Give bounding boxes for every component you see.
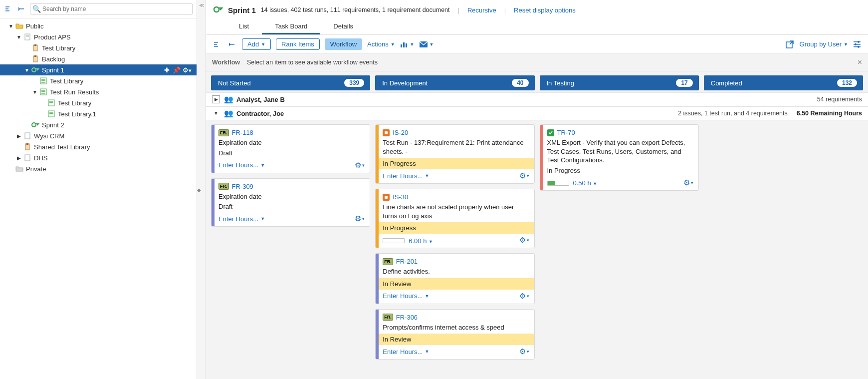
card-title: Line charts are not scaled properly when… [383,203,529,220]
settings-icon[interactable] [853,40,862,48]
search-icon: 🔍 [32,5,41,13]
splitter[interactable]: ≪ ◆ [197,0,206,379]
task-board: Not Started339 In Development40 In Testi… [206,71,868,379]
expander-icon[interactable]: ▶ [15,132,23,140]
card-is30[interactable]: IS-30 Line charts are not scaled properl… [375,189,534,248]
search-input[interactable] [30,3,193,14]
col-header-not-started: Not Started339 [211,75,370,90]
card-fr306[interactable]: FR.FR-306 Prompts/confirms internet acce… [375,309,534,360]
tree-collapse-icon[interactable] [4,5,13,13]
add-icon[interactable]: ✚ [163,66,171,74]
svg-rect-8 [34,44,36,46]
add-button[interactable]: Add▼ [242,38,271,50]
gear-icon[interactable]: ⚙▾ [355,161,365,170]
card-tr70[interactable]: TR-70 XML Export - Verify that you can e… [540,124,699,191]
tree-node-private[interactable]: Private [0,163,197,174]
swimlane-header-jane[interactable]: ▶ 👥 Analyst, Jane B 54 requirements [206,92,868,106]
card-id[interactable]: IS-30 [393,193,408,201]
swimlane-body-joe: FR.FR-118 Expiration date Draft Enter Ho… [206,120,868,367]
expander-icon[interactable]: ▼ [23,66,31,74]
svg-rect-38 [406,43,407,47]
card-status: In Review [376,278,534,290]
enter-hours-link[interactable]: Enter Hours...▼ [383,292,429,300]
card-stripe [376,254,379,304]
svg-rect-10 [34,55,36,57]
tree-collapse-icon[interactable] [212,39,222,49]
card-fr201[interactable]: FR.FR-201 Define activities. In Review E… [375,253,534,304]
document-icon [23,132,32,140]
tree-node-test-library[interactable]: Test Library [0,42,197,53]
gear-icon[interactable]: ⚙▾ [519,171,529,180]
hours-link[interactable]: 0.50 h ▼ [573,179,598,187]
tree-node-backlog[interactable]: Backlog [0,53,197,64]
gear-icon[interactable]: ⚙▾ [519,292,529,301]
fr-badge-icon: FR. [218,183,229,190]
tree-node-s1-test-library[interactable]: Test Library [0,75,197,86]
card-fr309[interactable]: FR.FR-309 Expiration date Draft Enter Ho… [211,178,370,227]
hours-link[interactable]: 6.00 h ▼ [409,237,433,245]
tree-node-dhs[interactable]: ▶ DHS [0,152,197,163]
tab-list[interactable]: List [226,18,262,34]
enter-hours-link[interactable]: Enter Hours...▼ [218,215,265,223]
recursive-link[interactable]: Recursive [467,6,496,14]
tree-node-public[interactable]: ▼ Public [0,20,197,31]
tree-node-trr-test-library[interactable]: Test Library [0,97,197,108]
swimlane-header-joe[interactable]: ▼ 👥 Contractor, Joe 2 issues, 1 test run… [206,106,868,120]
tree-node-shared-test-library[interactable]: Shared Test Library [0,141,197,152]
card-fr118[interactable]: FR.FR-118 Expiration date Draft Enter Ho… [211,124,370,173]
svg-rect-30 [25,155,30,161]
card-id[interactable]: TR-70 [557,129,575,136]
col-header-in-development: In Development40 [375,75,534,90]
tab-details[interactable]: Details [320,18,366,34]
gear-icon[interactable]: ⚙▾ [519,236,529,245]
col-header-in-testing: In Testing17 [540,75,699,90]
group-by-menu[interactable]: Group by User▼ [800,40,848,48]
card-id[interactable]: IS-20 [393,129,408,136]
card-id[interactable]: FR-201 [396,258,418,265]
enter-hours-link[interactable]: Enter Hours...▼ [383,348,429,356]
actions-menu[interactable]: Actions▼ [367,40,395,48]
gear-icon[interactable]: ⚙▾ [683,178,693,187]
page-header: Sprint 1 14 issues, 402 test runs, 111 r… [206,0,868,18]
mail-menu[interactable]: ▼ [420,41,434,47]
fr-badge-icon: FR. [218,129,229,136]
tree-node-trr-test-library1[interactable]: Test Library.1 [0,108,197,119]
workflow-button[interactable]: Workflow [325,38,362,50]
card-id[interactable]: FR-118 [232,129,253,136]
rank-items-button[interactable]: Rank Items [276,38,320,50]
tree-node-wysi-crm[interactable]: ▶ Wysi CRM [0,130,197,141]
enter-hours-link[interactable]: Enter Hours...▼ [218,161,265,169]
svg-rect-22 [49,102,53,103]
swimlane-issues: 2 issues, 1 test run, and 4 requirements [678,110,788,117]
tree-node-s1-test-run-results[interactable]: ▼ Test Run Results [0,86,197,97]
tree-expand-icon[interactable] [17,5,26,13]
tree-node-sprint1[interactable]: ▼ Sprint 1 ✚ 📌 ⚙▾ [0,64,197,75]
pin-icon[interactable]: 📌 [173,66,181,74]
collapse-icon[interactable]: ≪ [199,2,204,8]
expand-icon[interactable]: ▶ [212,95,220,103]
tab-task-board[interactable]: Task Board [262,18,320,34]
close-icon[interactable]: × [858,58,862,67]
person-icon: 👥 [224,109,233,118]
export-icon[interactable] [785,39,795,49]
expander-icon[interactable]: ▼ [15,33,23,41]
gear-icon[interactable]: ⚙▾ [355,214,365,223]
tree-node-product-aps[interactable]: ▼ Product APS [0,31,197,42]
card-id[interactable]: FR-306 [396,314,418,321]
gear-icon[interactable]: ⚙▾ [183,66,191,74]
expander-icon[interactable]: ▶ [15,154,23,162]
card-id[interactable]: FR-309 [232,183,253,190]
enter-hours-link[interactable]: Enter Hours...▼ [383,172,429,180]
fr-badge-icon: FR. [383,258,393,265]
chart-menu[interactable]: ▼ [400,41,415,48]
tree-expand-icon[interactable] [227,39,237,49]
reset-display-link[interactable]: Reset display options [514,6,576,14]
expander-icon[interactable]: ▼ [7,22,15,30]
gear-icon[interactable]: ⚙▾ [519,347,529,356]
workflow-message: Select an item to see available workflow… [247,59,378,66]
splitter-handle-icon[interactable]: ◆ [197,187,201,192]
expander-icon[interactable]: ▼ [31,88,39,96]
collapse-icon[interactable]: ▼ [212,109,220,117]
tree-node-sprint2[interactable]: Sprint 2 [0,119,197,130]
card-is20[interactable]: IS-20 Test Run - 137:Requirement 21: Pri… [375,124,534,184]
